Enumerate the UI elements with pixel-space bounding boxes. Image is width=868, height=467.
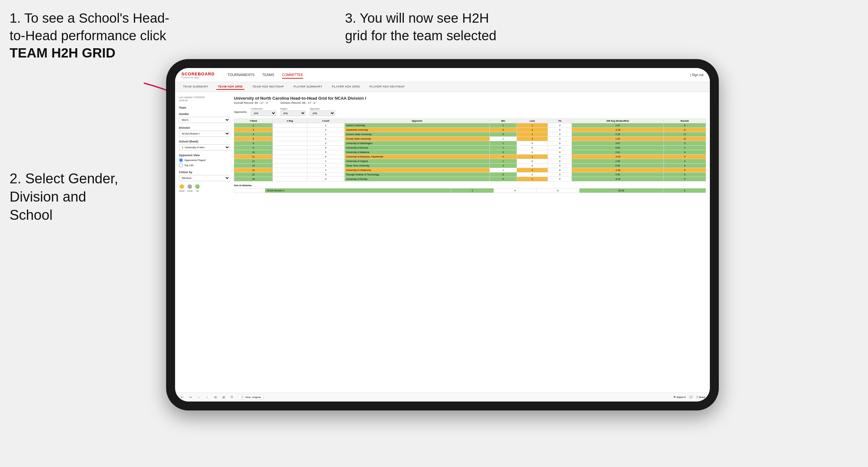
sub-nav-team-h2h-grid[interactable]: TEAM H2H GRID [216,84,244,90]
cell-opponent: Arizona State University [344,132,489,137]
gender-select[interactable]: Men's [179,117,230,123]
view-original-button[interactable]: 📋 View: Original [238,395,264,400]
cell-reg [273,163,307,168]
filter-opponents-label: Opponents: [234,111,247,114]
col-opponent: Opponent [344,119,489,123]
cell-tie: 0 [548,132,572,137]
cell-conf: 1 [307,123,344,128]
cell-conf: 2 [307,168,344,173]
cell-opponent: University of Arizona [344,146,489,150]
opponent-filter-group: Opponent (All) [310,107,335,116]
cell-reg [273,132,307,137]
cell-rank: 11 [234,155,273,159]
cell-opponent: University of Washington [344,141,489,146]
redo-button[interactable]: ↪ [188,395,193,400]
cell-opponent: University of Virginia [344,159,489,163]
radio-opponents-played[interactable]: Opponents Played [179,158,230,162]
school-section: School (Rank) 1. University of Nort... [179,140,230,151]
cell-win: 3 [489,177,517,181]
nav-sign-out[interactable]: | Sign out [690,73,704,77]
division-section: Division NCAA Division I [179,126,230,137]
cell-win: 6 [489,173,517,177]
col-loss: Loss [517,119,548,123]
gender-label: Gender [179,113,230,116]
cell-conf: 6 [307,155,344,159]
cell-rounds: 8 [663,128,706,132]
cell-win: 0 [489,155,517,159]
cell-loss: 1 [517,155,548,159]
watch-button[interactable]: 👁 Watch ▾ [674,396,686,399]
legend-level: Level [187,184,193,192]
clock-button[interactable]: ⏱ [229,395,235,400]
sub-nav-team-summary[interactable]: TEAM SUMMARY [182,84,210,90]
cell-conf: 3 [307,177,344,181]
cell-conf: 4 [307,173,344,177]
cell-opponent: University of Alabama [344,150,489,155]
sub-nav-player-summary[interactable]: PLAYER SUMMARY [292,84,324,90]
radio-group: Opponents Played Top 100 [179,158,230,167]
nav-teams[interactable]: TEAMS [262,71,274,79]
copy-button[interactable]: ⧉ [213,395,218,400]
color-legend: Down Level Up [179,184,230,192]
cell-rounds: 9 [663,177,706,181]
table-row: 6 2 Florida State University 1 2 0 1.83 … [234,137,706,141]
comment-button[interactable]: 💬 [689,396,692,399]
col-win: Win [489,119,517,123]
cell-rank: 6 [234,137,273,141]
cell-tie: 0 [548,141,572,146]
share-button[interactable]: ⤴ Share [696,396,705,399]
toolbar: ↩ ↪ ‹ › ⧉ ⊞ ⏱ 📋 View: Original 👁 Watch ▾… [175,393,710,402]
cell-rank: 13 [234,163,273,168]
table-row: 14 2 University of Oklahoma 1 2 0 -1.00 … [234,168,706,173]
cell-loss: 0 [517,173,548,177]
cell-rounds: 3 [663,159,706,163]
cell-loss: 1 [517,177,548,181]
cell-reg [273,137,307,141]
forward-button[interactable]: › [205,395,210,400]
sub-nav-team-h2h-heatmap[interactable]: TEAM H2H HEATMAP [251,84,286,90]
table-row: 16 3 University of Florida 3 1 0 -6.42 9 [234,177,706,181]
colour-by-section: Colour by Win/loss [179,170,230,181]
radio-top100[interactable]: Top 100 [179,163,230,167]
sub-nav-player-h2h-heatmap[interactable]: PLAYER H2H HEATMAP [368,84,406,90]
cell-reg [273,155,307,159]
conference-filter-select[interactable]: (All) [251,111,276,116]
opponent-filter-select[interactable]: (All) [310,111,335,116]
cell-tie: 0 [548,150,572,155]
back-button[interactable]: ‹ [196,395,201,400]
paste-button[interactable]: ⊞ [221,395,226,400]
undo-button[interactable]: ↩ [180,395,185,400]
colour-by-select[interactable]: Win/loss [179,175,230,181]
annotation-3: 3. You will now see H2H grid for the tea… [345,9,562,44]
cell-loss: 1 [517,123,548,128]
school-rank-select[interactable]: 1. University of Nort... [179,145,230,151]
cell-diff: -6.42 [572,177,663,181]
annotation-2-line2: Division and [9,189,86,205]
cell-rounds: 8 [663,150,706,155]
cell-win: 1 [489,137,517,141]
nav-tournaments[interactable]: TOURNAMENTS [227,71,255,79]
region-filter-select[interactable]: (All) [280,111,306,116]
annotation-1-line1: 1. To see a School's Head- [9,10,169,26]
cell-tie: 0 [548,146,572,150]
cell-reg [273,141,307,146]
table-row: 11 6 University of Arkansas, Fayettevill… [234,155,706,159]
nav-committee[interactable]: COMMITTEE [282,71,303,79]
ood-loss: 0 [494,188,537,193]
cell-conf: 2 [307,141,344,146]
cell-diff: 2.29 [572,132,663,137]
ood-diff: 26.00 [579,188,663,193]
team-label: Team [179,106,230,109]
cell-diff: 1.67 [572,123,663,128]
region-filter-label: Region [280,107,306,110]
sub-nav-player-h2h-grid[interactable]: PLAYER H2H GRID [330,84,362,90]
legend-down-dot [180,184,184,189]
logo: SCOREBOARD Powered by clippi [182,71,215,79]
cell-tie: 0 [548,159,572,163]
cell-opponent: Vanderbilt University [344,128,489,132]
cell-diff: 2.61 [572,150,663,155]
cell-win: 3 [489,163,517,168]
cell-opponent: University of Oklahoma [344,168,489,173]
legend-up: Up [195,184,200,192]
division-select[interactable]: NCAA Division I [179,131,230,137]
